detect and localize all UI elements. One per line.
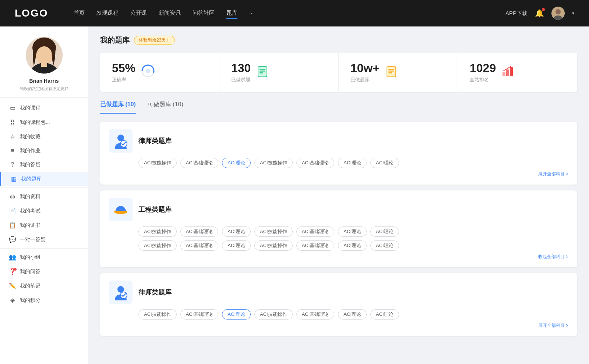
engineer-expand-link[interactable]: 收起全部科目 > xyxy=(109,254,568,260)
sidebar-item-qa[interactable]: ? 我的答疑 xyxy=(0,158,88,172)
stats-row: 55% 正确率 130 已做试题 xyxy=(100,53,577,92)
stat-accuracy-label: 正确率 xyxy=(112,76,135,83)
eng-tag2-2[interactable]: ACI理论 xyxy=(222,240,251,251)
eng-tag2-1[interactable]: ACI基础理论 xyxy=(180,240,219,251)
nav-open-course[interactable]: 公开课 xyxy=(130,8,147,19)
sidebar-divider-1 xyxy=(0,188,88,188)
tag-0[interactable]: ACI技能操作 xyxy=(138,158,177,168)
lawyer-topic-title: 律师类题库 xyxy=(138,136,172,145)
sidebar-item-exam[interactable]: 📄 我的考试 xyxy=(0,204,88,218)
sidebar-profile: Brian Harris 错误的决定比没有决定要好 xyxy=(0,26,88,98)
sidebar-item-certificate[interactable]: 📋 我的证书 xyxy=(0,218,88,232)
points-icon: ◈ xyxy=(9,297,16,304)
sidebar-menu: ▭ 我的课程 ⣿ 我的课程包... ☆ 我的收藏 ≡ 我的作业 ? 我的答疑 ▦… xyxy=(0,98,88,310)
eng-tag2-0[interactable]: ACI技能操作 xyxy=(138,240,177,251)
nav-more[interactable]: ··· xyxy=(249,8,254,19)
law2-tag-0[interactable]: ACI技能操作 xyxy=(138,309,177,320)
stat-questions-label: 已做试题 xyxy=(231,76,251,83)
eng-tag2-6[interactable]: ACI理论 xyxy=(370,240,399,251)
package-icon: ⣿ xyxy=(9,119,16,126)
topic-card-lawyer-2: 律师类题库 ACI技能操作 ACI基础理论 ACI理论 ACI技能操作 ACI基… xyxy=(100,273,577,336)
eng-tag-5[interactable]: ACI理论 xyxy=(338,226,367,237)
eng-tag2-3[interactable]: ACI技能操作 xyxy=(254,240,293,251)
notification-bell[interactable]: 🔔 xyxy=(535,9,544,18)
svg-rect-26 xyxy=(115,211,127,213)
tag-6[interactable]: ACI理论 xyxy=(370,158,399,168)
sidebar-item-one-on-one[interactable]: 💬 一对一答疑 xyxy=(0,232,88,247)
sidebar-username: Brian Harris xyxy=(29,78,59,84)
exam-icon: 📄 xyxy=(9,207,16,214)
law2-tag-3[interactable]: ACI技能操作 xyxy=(254,309,293,320)
law2-tag-1[interactable]: ACI基础理论 xyxy=(180,309,219,320)
svg-rect-17 xyxy=(388,72,392,74)
eng-tag-1[interactable]: ACI基础理论 xyxy=(180,226,219,237)
lawyer2-topic-icon xyxy=(109,281,133,304)
tag-4[interactable]: ACI基础理论 xyxy=(296,158,335,168)
stat-accuracy: 55% 正确率 xyxy=(100,53,219,92)
lawyer2-expand-link[interactable]: 展开全部科目 > xyxy=(109,322,568,329)
nav-question-bank[interactable]: 题库 xyxy=(226,8,237,19)
group-icon: 👥 xyxy=(9,254,16,261)
law2-tag-4[interactable]: ACI基础理论 xyxy=(296,309,335,320)
eng-tag-2[interactable]: ACI理论 xyxy=(222,226,251,237)
tag-2[interactable]: ACI理论 xyxy=(222,158,251,168)
engineer-topic-tags-row2: ACI技能操作 ACI基础理论 ACI理论 ACI技能操作 ACI基础理论 AC… xyxy=(138,240,568,251)
eng-tag-0[interactable]: ACI技能操作 xyxy=(138,226,177,237)
user-menu-chevron[interactable]: ▾ xyxy=(572,11,574,16)
eng-tag-4[interactable]: ACI基础理论 xyxy=(296,226,335,237)
sidebar-item-question-bank[interactable]: ▦ 我的题库 xyxy=(0,172,88,186)
sidebar-item-group[interactable]: 👥 我的小组 xyxy=(0,250,88,264)
tab-available[interactable]: 可做题库 (10) xyxy=(148,101,183,114)
sidebar-item-notes[interactable]: ✏️ 我的笔记 xyxy=(0,279,88,293)
nav-discover[interactable]: 发现课程 xyxy=(96,8,119,19)
stat-bank-label: 已做题库 xyxy=(350,76,380,83)
eng-tag2-4[interactable]: ACI基础理论 xyxy=(296,240,335,251)
nav-home[interactable]: 首页 xyxy=(74,8,85,19)
tab-row: 已做题库 (10) 可做题库 (10) xyxy=(100,101,577,114)
law2-tag-6[interactable]: ACI理论 xyxy=(370,309,399,320)
main-content: 我的题库 体验剩余23天！ 55% 正确率 xyxy=(88,26,589,364)
sidebar-item-profile[interactable]: ◎ 我的资料 xyxy=(0,189,88,204)
stat-rank-label: 全站排名 xyxy=(470,76,496,83)
sidebar-item-my-course[interactable]: ▭ 我的课程 xyxy=(0,101,88,115)
app-download-link[interactable]: APP下载 xyxy=(505,10,528,17)
law2-tag-2[interactable]: ACI理论 xyxy=(222,309,251,320)
nav-qa[interactable]: 问答社区 xyxy=(193,8,215,19)
profile-avatar[interactable] xyxy=(26,37,63,74)
svg-rect-14 xyxy=(387,67,396,77)
sidebar-item-homework[interactable]: ≡ 我的作业 xyxy=(0,144,88,158)
eng-tag2-5[interactable]: ACI理论 xyxy=(338,240,367,251)
sidebar-item-my-qa[interactable]: ❓ 我的问答 xyxy=(0,264,88,279)
sidebar-item-favorites[interactable]: ☆ 我的收藏 xyxy=(0,129,88,144)
sidebar-item-course-package[interactable]: ⣿ 我的课程包... xyxy=(0,115,88,129)
topic-card-engineering: 工程类题库 ACI技能操作 ACI基础理论 ACI理论 ACI技能操作 ACI基… xyxy=(100,190,577,267)
law2-tag-5[interactable]: ACI理论 xyxy=(338,309,367,320)
lawyer-topic-icon xyxy=(109,129,133,153)
nav-right: APP下载 🔔 ▾ xyxy=(505,7,574,20)
svg-rect-12 xyxy=(260,71,265,72)
svg-rect-19 xyxy=(506,69,509,76)
svg-rect-10 xyxy=(258,67,267,77)
navbar: LOGO 首页 发现课程 公开课 新闻资讯 问答社区 题库 ··· APP下载 … xyxy=(0,0,589,26)
tab-done[interactable]: 已做题库 (10) xyxy=(100,101,136,114)
nav-news[interactable]: 新闻资讯 xyxy=(159,8,181,19)
bank-icon: ▦ xyxy=(10,175,17,182)
svg-point-9 xyxy=(146,69,150,73)
tag-3[interactable]: ACI技能操作 xyxy=(254,158,293,168)
profile-icon: ◎ xyxy=(9,193,16,200)
engineer-topic-tags-row1: ACI技能操作 ACI基础理论 ACI理论 ACI技能操作 ACI基础理论 AC… xyxy=(138,226,568,237)
eng-tag-3[interactable]: ACI技能操作 xyxy=(254,226,293,237)
user-avatar[interactable] xyxy=(551,7,565,20)
lawyer-expand-link[interactable]: 展开全部科目 > xyxy=(109,171,568,177)
tag-1[interactable]: ACI基础理论 xyxy=(180,158,219,168)
lawyer2-topic-title: 律师类题库 xyxy=(138,288,172,297)
star-icon: ☆ xyxy=(9,133,16,140)
stat-questions-number: 130 xyxy=(231,61,251,75)
page-title-row: 我的题库 体验剩余23天！ xyxy=(100,35,577,45)
sidebar-item-points[interactable]: ◈ 我的积分 xyxy=(0,293,88,307)
questions-icon xyxy=(257,65,268,79)
eng-tag-6[interactable]: ACI理论 xyxy=(370,226,399,237)
stat-bank: 10w+ 已做题库 xyxy=(339,53,458,92)
tag-5[interactable]: ACI理论 xyxy=(338,158,367,168)
nav-links: 首页 发现课程 公开课 新闻资讯 问答社区 题库 ··· xyxy=(74,8,491,19)
